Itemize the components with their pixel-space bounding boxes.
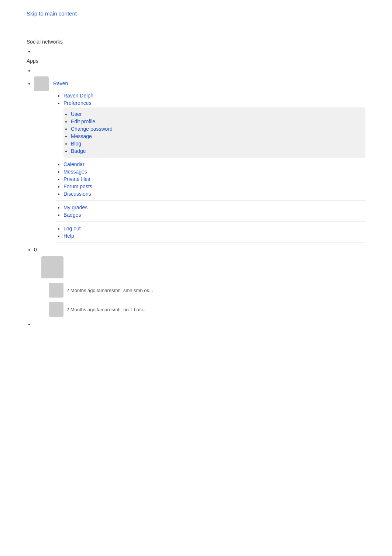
messages-link[interactable]: Messages: [63, 169, 87, 175]
discussions-link[interactable]: Discussions: [63, 191, 91, 197]
notification-avatar-large: [41, 256, 63, 278]
forum-posts-item: Forum posts: [63, 183, 365, 189]
notifications-count-item: 0 2 Months agoJamaresmh smh smh ok...: [34, 247, 365, 317]
notifications-count: 0: [34, 247, 37, 253]
private-files-link[interactable]: Private files: [63, 176, 90, 182]
raven-avatar: [34, 76, 49, 91]
notification-time-2: 2 Months ago: [66, 307, 96, 312]
notification-time-1: 2 Months ago: [66, 288, 96, 293]
badges-item: Badges: [63, 212, 365, 218]
pref-blog-link[interactable]: Blog: [71, 141, 81, 147]
discussions-item: Discussions: [63, 191, 365, 197]
notification-item-2: 2 Months agoJamaresmh no. I basi...: [49, 302, 365, 317]
notification-preview-1: smh smh ok...: [123, 288, 153, 293]
skip-to-main-link[interactable]: Skip to main content: [0, 0, 392, 24]
social-networks-heading: Social networks: [27, 39, 365, 45]
raven-link[interactable]: Raven: [53, 80, 68, 86]
raven-delph-item: Raven Delph: [63, 93, 365, 99]
help-link[interactable]: Help: [63, 233, 74, 239]
raven-item: Raven Raven Delph Preferences User: [34, 76, 365, 243]
notification-avatar-1: [49, 283, 63, 298]
notification-text-1: 2 Months agoJamaresmh smh smh ok...: [66, 288, 153, 293]
my-grades-item: My grades: [63, 205, 365, 210]
notification-user-1: Jamaresmh: [96, 288, 121, 293]
notification-preview-2: no. I basi...: [123, 307, 147, 312]
grade-list: My grades Badges: [56, 205, 365, 218]
notification-item-1: 2 Months agoJamaresmh smh smh ok...: [49, 283, 365, 298]
calendar-link[interactable]: Calendar: [63, 161, 85, 167]
pref-user-item: User: [71, 111, 365, 117]
help-item: Help: [63, 233, 365, 239]
private-files-item: Private files: [63, 176, 365, 182]
pref-blog-item: Blog: [71, 141, 365, 147]
pref-message-link[interactable]: Message: [71, 133, 92, 139]
pref-badge-item: Badge: [71, 148, 365, 154]
pref-edit-profile-item: Edit profile: [71, 119, 365, 124]
apps-heading: Apps: [27, 58, 365, 64]
pref-edit-profile-link[interactable]: Edit profile: [71, 119, 95, 124]
preferences-item: Preferences User Edit profile: [63, 100, 365, 158]
social-networks-list: [27, 48, 365, 54]
pref-change-password-item: Change password: [71, 126, 365, 132]
logout-item: Log out: [63, 226, 365, 231]
notification-user-2: Jamaresmh: [96, 307, 121, 312]
pref-user-link[interactable]: User: [71, 111, 82, 117]
extra-item: [34, 321, 365, 327]
social-network-item: [34, 48, 365, 54]
calendar-item: Calendar: [63, 161, 365, 167]
raven-delph-link[interactable]: Raven Delph: [63, 93, 93, 99]
raven-sublist: Raven Delph Preferences User Edit pro: [56, 93, 365, 158]
account-list: Log out Help: [56, 226, 365, 239]
apps-list: Raven Raven Delph Preferences User: [27, 68, 365, 327]
my-grades-link[interactable]: My grades: [63, 205, 87, 210]
notification-list: 2 Months agoJamaresmh smh smh ok... 2 Mo…: [41, 283, 365, 317]
notification-avatar-2: [49, 302, 63, 317]
preferences-sublist: User Edit profile Change password Messag…: [63, 111, 365, 154]
pref-badge-link[interactable]: Badge: [71, 148, 86, 154]
badges-link[interactable]: Badges: [63, 212, 81, 218]
raven-more-list: Calendar Messages Private files Forum po…: [56, 161, 365, 197]
preferences-link[interactable]: Preferences: [63, 100, 91, 106]
pref-message-item: Message: [71, 133, 365, 139]
logout-link[interactable]: Log out: [63, 226, 81, 231]
pref-change-password-link[interactable]: Change password: [71, 126, 113, 132]
notification-text-2: 2 Months agoJamaresmh no. I basi...: [66, 307, 147, 312]
forum-posts-link[interactable]: Forum posts: [63, 183, 92, 189]
messages-item: Messages: [63, 169, 365, 175]
app-item-empty: [34, 68, 365, 73]
